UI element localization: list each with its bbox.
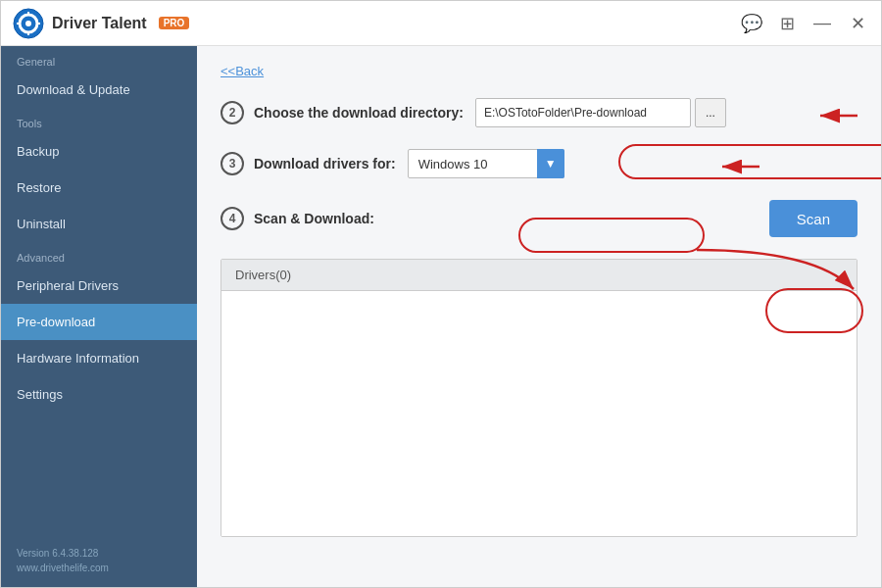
app-window: Driver Talent PRO 💬 ⊞ — ✕ General Downlo…	[0, 0, 882, 588]
section-label-general: General	[1, 46, 197, 72]
scan-button[interactable]: Scan	[769, 200, 858, 237]
sidebar-item-restore[interactable]: Restore	[1, 170, 197, 206]
sidebar-item-label: Backup	[17, 144, 59, 159]
version-text: Version 6.4.38.128	[17, 546, 181, 561]
pro-badge: PRO	[159, 17, 190, 29]
sidebar-item-download-update[interactable]: Download & Update	[1, 72, 197, 108]
sidebar-item-hardware-information[interactable]: Hardware Information	[1, 340, 197, 376]
grid-button[interactable]: ⊞	[775, 13, 799, 34]
sidebar-item-backup[interactable]: Backup	[1, 133, 197, 170]
step-3-circle: 3	[220, 152, 244, 175]
os-select-wrapper: Windows 10 Windows 7 Windows 8 Windows X…	[408, 149, 564, 178]
svg-point-2	[25, 21, 31, 26]
sidebar-item-label: Pre-download	[17, 315, 95, 329]
step-2-row: 2 Choose the download directory: ...	[220, 98, 858, 127]
sidebar-item-label: Restore	[17, 180, 62, 195]
sidebar-item-label: Peripheral Drivers	[17, 278, 119, 293]
main-layout: General Download & Update Tools Backup R…	[1, 46, 881, 587]
section-label-advanced: Advanced	[1, 242, 197, 268]
sidebar-item-label: Download & Update	[17, 82, 130, 97]
step-3-row: 3 Download drivers for: Windows 10 Windo…	[220, 149, 858, 178]
dir-input-group: ...	[475, 98, 726, 127]
drivers-table-body	[221, 291, 857, 536]
minimize-button[interactable]: —	[810, 13, 834, 33]
drivers-table-header: Drivers(0)	[221, 260, 857, 291]
website-text: www.drivethelife.com	[17, 561, 181, 575]
app-name: Driver Talent	[52, 15, 147, 32]
drivers-table: Drivers(0)	[220, 259, 858, 537]
sidebar-item-label: Settings	[17, 387, 63, 402]
step-2-label: Choose the download directory:	[254, 105, 464, 121]
arrow-dir	[750, 94, 867, 139]
os-select[interactable]: Windows 10 Windows 7 Windows 8 Windows X…	[408, 149, 564, 178]
browse-button[interactable]: ...	[695, 98, 726, 127]
sidebar-item-settings[interactable]: Settings	[1, 376, 197, 413]
sidebar-item-label: Uninstall	[17, 217, 66, 231]
chat-button[interactable]: 💬	[740, 13, 763, 34]
step-2-circle: 2	[220, 101, 244, 124]
sidebar: General Download & Update Tools Backup R…	[1, 46, 197, 587]
step-4-circle: 4	[220, 207, 244, 230]
sidebar-item-uninstall[interactable]: Uninstall	[1, 206, 197, 242]
sidebar-item-pre-download[interactable]: Pre-download	[1, 304, 197, 340]
content-area: <<Back 2 Choose the download directory: …	[197, 46, 881, 587]
title-bar-controls: 💬 ⊞ — ✕	[740, 13, 869, 34]
sidebar-item-label: Hardware Information	[17, 351, 139, 366]
step-4-row: 4 Scan & Download: Scan	[220, 200, 858, 237]
step-3-label: Download drivers for:	[254, 156, 396, 172]
back-link[interactable]: <<Back	[220, 64, 264, 78]
arrow-os	[652, 145, 769, 190]
close-button[interactable]: ✕	[846, 13, 869, 34]
sidebar-item-peripheral-drivers[interactable]: Peripheral Drivers	[1, 268, 197, 304]
dir-input[interactable]	[475, 98, 691, 127]
section-label-tools: Tools	[1, 108, 197, 133]
step-4-label: Scan & Download:	[254, 211, 374, 226]
logo-icon	[13, 8, 44, 39]
sidebar-footer: Version 6.4.38.128 www.drivethelife.com	[1, 534, 197, 587]
title-bar: Driver Talent PRO 💬 ⊞ — ✕	[1, 1, 881, 46]
app-logo: Driver Talent PRO	[13, 8, 189, 39]
